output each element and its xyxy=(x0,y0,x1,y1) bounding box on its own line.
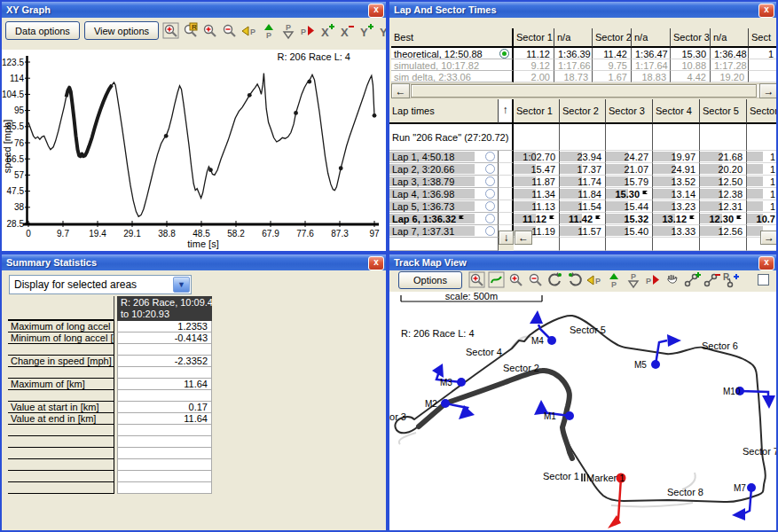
lap-sector-cell: 12.30 xyxy=(700,213,747,225)
best-cell: 11.42 xyxy=(593,48,632,59)
best-sector-flag-icon xyxy=(641,190,648,199)
lap-sector-cell: 12.56 xyxy=(700,225,747,238)
y-marker-remove-icon[interactable]: Y xyxy=(377,22,386,40)
marker-label: M3 xyxy=(440,378,452,387)
lap-row-radio[interactable] xyxy=(485,152,495,161)
best-row-label[interactable]: sim delta, 2:33.06 xyxy=(391,71,514,82)
best-row-radio-selected[interactable] xyxy=(499,49,509,59)
lap-row-radio[interactable] xyxy=(485,189,495,199)
lap-sector-cell: 11.54 xyxy=(560,200,606,213)
scrollbar-thumb[interactable] xyxy=(411,84,757,98)
svg-text:38.8: 38.8 xyxy=(158,229,176,239)
speed-time-chart[interactable]: 123.5114104.59585.57666.55747.53828.509.… xyxy=(2,49,386,251)
best-cell: 1.67 xyxy=(593,71,632,82)
track-marker-m10[interactable]: M10 xyxy=(723,387,775,409)
close-icon[interactable]: x xyxy=(368,4,384,18)
lap-sector-cell: 13.12 xyxy=(653,213,700,225)
xy-graph-window: XY Graph x Data options View options RPP… xyxy=(0,0,388,253)
best-sector-flag-icon xyxy=(735,215,743,223)
lap-row-radio[interactable] xyxy=(485,214,495,223)
summary-titlebar[interactable]: Summary Statistics x xyxy=(2,254,386,270)
lap-row-radio[interactable] xyxy=(485,176,495,186)
lap-row-label[interactable]: Lap 1, 4:50.18 xyxy=(389,151,499,163)
lap-row-radio[interactable] xyxy=(485,201,495,211)
summary-row-label xyxy=(8,459,114,471)
best-row-label[interactable]: simulated, 10:17.82 xyxy=(391,59,514,71)
svg-text:P: P xyxy=(250,27,255,36)
marker-up-icon[interactable]: P xyxy=(260,22,278,40)
lap-row-label[interactable]: Lap 5, 1:36.73 xyxy=(389,200,499,213)
best-sector-flag-icon xyxy=(458,215,465,223)
lap-row-label[interactable]: Lap 6, 1:36.32 xyxy=(389,213,499,225)
arrow-up-icon[interactable]: ↑ xyxy=(499,105,512,115)
summary-row-value: 1.2353 xyxy=(117,321,212,332)
start-finish-marker[interactable]: Marker 1 xyxy=(582,473,626,528)
best-col-header: Sector 2 xyxy=(593,28,632,48)
lap-sector-cell: 21.07 xyxy=(606,163,653,176)
lap-row-label[interactable]: Lap 4, 1:36.98 xyxy=(389,188,499,200)
lap-sector-cell: 11.74 xyxy=(560,176,606,188)
summary-column-header: R: 206 Race, 10:09.45to 10:20.93 xyxy=(117,296,212,321)
lap-sector-cell: 11.84 xyxy=(560,188,606,200)
lap-sector-cell: 20.20 xyxy=(700,163,747,176)
marker-down-icon[interactable]: P xyxy=(279,22,297,40)
summary-row-value xyxy=(117,471,212,482)
close-icon[interactable]: x xyxy=(758,4,774,18)
lap-row-gutter xyxy=(499,188,514,200)
close-icon[interactable]: x xyxy=(758,256,774,270)
best-cell: 1:36.47 xyxy=(632,48,671,59)
best-col-header: n/a xyxy=(632,28,671,48)
best-row-label[interactable]: theoretical, 12:50.88 xyxy=(391,48,514,59)
marker-label: M4 xyxy=(531,336,544,346)
y-marker-add-icon[interactable]: Y xyxy=(358,22,375,40)
track-map-canvas[interactable]: scale: 500mR: 206 Race L: 4Sector 4Secto… xyxy=(389,270,776,530)
lap-row-radio[interactable] xyxy=(485,164,495,174)
best-sector-flag-icon xyxy=(594,215,601,223)
zoom-reset-icon[interactable]: R xyxy=(182,22,200,40)
run-row-label[interactable]: Run "206 Race" (27:20.72) xyxy=(389,124,514,151)
sector-label: Sector 6 xyxy=(702,340,738,351)
scroll-down-icon[interactable]: ↓ xyxy=(499,231,514,245)
lap-sector-cell: 15.32 xyxy=(606,213,653,225)
lap-row-radio[interactable] xyxy=(485,226,495,236)
marker-next-icon[interactable]: P xyxy=(299,22,317,40)
view-options-button[interactable]: View options xyxy=(84,21,159,40)
chevron-down-icon[interactable]: ▼ xyxy=(173,277,190,293)
marker-1-label: Marker 1 xyxy=(586,473,625,483)
lap-sector-cell xyxy=(653,238,700,251)
lap-sector-cell: 17.37 xyxy=(560,163,606,176)
lap-row-label[interactable]: Lap 3, 1:38.79 xyxy=(389,176,499,188)
svg-text:104.5: 104.5 xyxy=(2,90,24,99)
scroll-left-icon[interactable]: ← xyxy=(515,231,532,245)
xy-graph-titlebar[interactable]: XY Graph x xyxy=(2,2,386,18)
marker-prev-icon[interactable]: P xyxy=(240,22,258,40)
track-map-titlebar[interactable]: Track Map View x xyxy=(389,254,776,270)
x-marker-remove-icon[interactable]: X xyxy=(338,22,356,40)
lap-sector-cell: 15.47 xyxy=(514,163,560,176)
sector-label: Sector 8 xyxy=(667,487,703,497)
best-cell: 4.42 xyxy=(671,71,711,82)
zoom-in-icon[interactable] xyxy=(201,22,219,40)
lap-row-label[interactable]: Lap 7, 1:37.31 xyxy=(389,225,499,238)
track-marker-m5[interactable]: M5 xyxy=(634,334,681,370)
zoom-out-icon[interactable] xyxy=(221,22,239,40)
close-icon[interactable]: x xyxy=(368,256,384,270)
lap-sector-cell: 1 xyxy=(747,151,776,163)
track-marker-m4[interactable]: M4 xyxy=(530,310,556,346)
lap-scroll-up-button[interactable]: ↑ xyxy=(499,99,514,124)
scroll-right-icon[interactable]: → xyxy=(759,83,776,98)
data-options-button[interactable]: Data options xyxy=(5,21,80,40)
scroll-right-icon[interactable]: → xyxy=(760,231,776,245)
lap-row-label[interactable]: Lap 2, 3:20.66 xyxy=(389,163,499,176)
scroll-left-icon[interactable]: ← xyxy=(391,83,410,98)
lap-sector-titlebar[interactable]: Lap And Sector Times x xyxy=(389,2,776,18)
lap-sector-cell: 11.42 xyxy=(560,213,606,225)
track-map-title: Track Map View xyxy=(394,257,467,268)
lap-table-corner: Lap times xyxy=(389,99,499,124)
display-mode-dropdown[interactable]: Display for selected areas ▼ xyxy=(9,275,192,294)
best-cell xyxy=(749,59,776,71)
zoom-region-icon[interactable] xyxy=(162,22,180,40)
track-marker-m3[interactable]: M3 xyxy=(432,364,466,387)
summary-row-label xyxy=(8,482,114,494)
x-marker-add-icon[interactable]: X xyxy=(318,22,336,40)
